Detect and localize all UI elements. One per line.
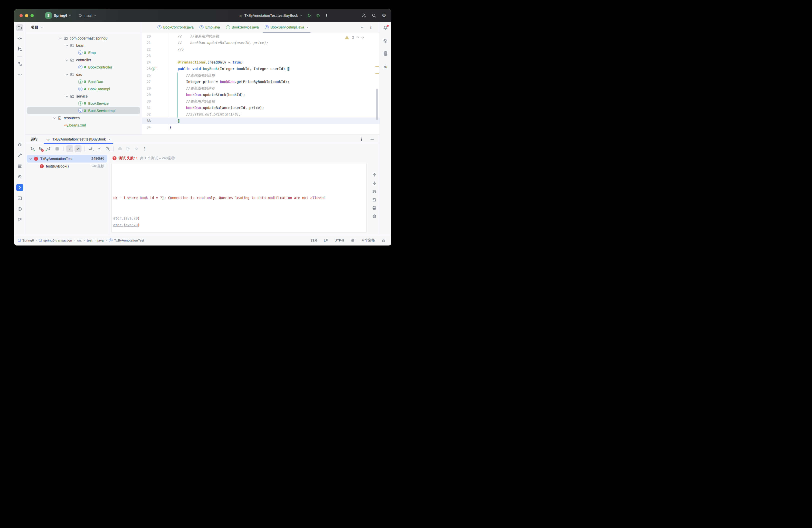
line-number[interactable]: 20 [142, 33, 151, 40]
rerun-failed-tests-button[interactable] [37, 145, 44, 152]
editor-tab[interactable]: BookServiceImpl.java [262, 22, 311, 33]
test-tree-item[interactable]: testBuyBook() 248毫秒 [27, 162, 107, 170]
line-number[interactable]: 29 [142, 91, 151, 98]
build-tool-button[interactable] [16, 152, 23, 159]
stack-trace-link[interactable]: ator.java:79 [113, 223, 138, 227]
line-number[interactable]: 27 [142, 78, 151, 85]
coverage-button[interactable] [133, 145, 140, 152]
line-number[interactable]: 34 [142, 124, 151, 131]
code-line[interactable]: 30 //更新用户的余额 [142, 98, 379, 104]
next-problem-icon[interactable] [362, 36, 364, 38]
project-tree-item[interactable]: bean [27, 42, 140, 49]
more-actions-button[interactable] [323, 12, 330, 19]
line-number[interactable]: 23 [142, 53, 151, 59]
breadcrumb-item[interactable]: test [87, 238, 92, 242]
stop-button[interactable] [54, 145, 60, 152]
commit-tool-button[interactable] [16, 35, 23, 42]
clear-console-button[interactable] [372, 214, 377, 219]
code-line[interactable]: 26 //查询图书的价格 [142, 72, 379, 78]
prev-problem-icon[interactable] [357, 36, 359, 39]
breadcrumb-item[interactable]: spring6-transaction [39, 238, 72, 242]
inspections-widget[interactable]: 2 [345, 35, 363, 39]
expand-chevron-icon[interactable] [66, 73, 68, 75]
print-button[interactable] [372, 205, 377, 210]
run-toolbar-more-icon[interactable] [141, 145, 148, 152]
project-tree-item[interactable]: dao [27, 71, 140, 78]
code-line[interactable]: 34 } [142, 124, 379, 131]
show-ignored-button[interactable] [74, 145, 82, 152]
code-line[interactable]: 33 } [142, 117, 379, 124]
code-line[interactable]: 24 @Transactional(readOnly = true) [142, 59, 379, 65]
code-line[interactable]: 32 //System.out.println(1/0); [142, 111, 379, 117]
expand-chevron-icon[interactable] [66, 58, 68, 61]
project-tree-item[interactable]: resources [27, 114, 140, 121]
line-number[interactable]: 28 [142, 85, 151, 91]
caret-position[interactable]: 33:6 [310, 238, 317, 242]
zoom-window-button[interactable] [30, 14, 34, 17]
breadcrumb-item[interactable]: TxByAnnotationTest [109, 238, 144, 242]
capture-snapshot-button[interactable] [116, 145, 124, 152]
pull-requests-tool-button[interactable] [16, 46, 23, 53]
import-test-results-button[interactable] [125, 145, 132, 152]
editor-scrollbar[interactable] [376, 89, 378, 120]
code-line[interactable]: 23 [142, 53, 379, 59]
toggle-auto-test-button[interactable] [45, 145, 52, 152]
debug-tool-button[interactable] [16, 141, 23, 148]
tab-list-chevron-icon[interactable] [361, 26, 363, 28]
show-passed-button[interactable] [66, 145, 73, 152]
code-line[interactable]: 27 Integer price = bookDao.getPriceByBoo… [142, 78, 379, 85]
branch-widget[interactable]: main [78, 14, 96, 18]
close-run-tab-icon[interactable] [108, 137, 111, 142]
settings-button[interactable] [380, 12, 388, 19]
scroll-to-end-button[interactable] [372, 197, 377, 202]
spring-tool-button[interactable] [383, 38, 388, 44]
project-tree-item[interactable]: BookService [27, 100, 140, 107]
line-number[interactable]: 25 [142, 65, 151, 72]
rerun-button[interactable] [29, 145, 36, 152]
breadcrumb-item[interactable]: Spring6 [18, 238, 34, 242]
code-line[interactable]: 28 //更新图书的库存 [142, 85, 379, 91]
line-separator[interactable]: LF [324, 238, 328, 242]
run-tool-button[interactable] [16, 184, 23, 191]
project-tree-item[interactable]: BookDao [27, 78, 140, 85]
line-number[interactable]: 22 [142, 46, 151, 53]
tab-options-icon[interactable] [369, 25, 373, 30]
debug-button[interactable] [314, 12, 322, 19]
breadcrumb-item[interactable]: src [77, 238, 82, 242]
run-panel-options-icon[interactable] [359, 137, 363, 142]
terminal-tool-button[interactable] [16, 195, 23, 202]
line-number[interactable]: 21 [142, 40, 151, 46]
minimize-window-button[interactable] [25, 14, 28, 17]
sort-by-duration-button[interactable] [87, 145, 94, 152]
test-tree-item[interactable]: TxByAnnotationTest 248毫秒 [27, 155, 107, 162]
line-number[interactable]: 33 [142, 117, 151, 124]
indent-setting[interactable]: 4 个空格 [362, 238, 375, 243]
editor-tab[interactable]: BookService.java [223, 22, 262, 33]
line-number[interactable]: 32 [142, 111, 151, 117]
code-line[interactable]: 31 bookDao.updateBalance(userId, price); [142, 104, 379, 111]
console-output[interactable]: ck - 1 where book_id = ?]; Connection is… [112, 163, 366, 233]
file-encoding[interactable]: UTF-8 [334, 238, 344, 242]
run-button[interactable] [305, 12, 313, 19]
project-tree-item[interactable]: controller [27, 56, 140, 63]
code-editor[interactable]: 20 // //更新用户的余额 21 // bookDao.updateBala… [142, 33, 379, 134]
close-tab-icon[interactable] [306, 25, 309, 29]
expand-chevron-icon[interactable] [53, 116, 56, 119]
project-panel-header[interactable]: 项目 [25, 22, 142, 33]
close-window-button[interactable] [19, 14, 23, 17]
spring-disabled-button[interactable] [351, 238, 355, 243]
test-history-button[interactable] [104, 145, 111, 152]
services-tool-button[interactable] [16, 173, 23, 180]
editor-tab[interactable]: Emp.java [197, 22, 223, 33]
project-tree-item[interactable]: Emp [27, 49, 140, 56]
problems-tool-button[interactable] [16, 205, 23, 212]
code-line[interactable]: 22 //} [142, 46, 379, 53]
todo-tool-button[interactable] [16, 162, 23, 170]
hide-panel-icon[interactable] [371, 139, 374, 140]
code-line[interactable]: 25 public void buyBook(Integer bookId, I… [142, 65, 379, 72]
project-tree-item[interactable]: BookDaoImpl [27, 85, 140, 92]
expand-chevron-icon[interactable] [59, 36, 62, 39]
scroll-down-button[interactable] [372, 181, 377, 186]
expand-chevron-icon[interactable] [29, 157, 32, 160]
project-tree-item[interactable]: BookServiceImpl [27, 107, 140, 114]
